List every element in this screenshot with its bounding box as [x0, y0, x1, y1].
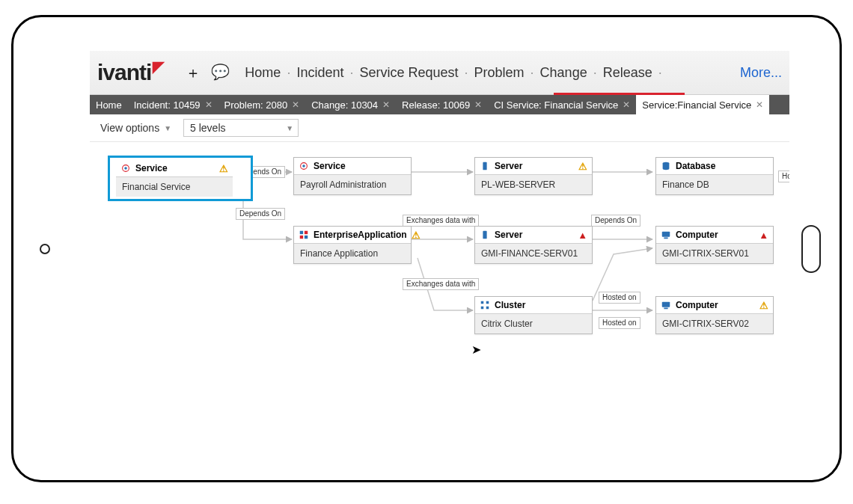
- node-computer-c1[interactable]: Computer ▲ GMI-CITRIX-SERV01: [655, 226, 774, 264]
- close-icon[interactable]: ✕: [623, 99, 630, 110]
- cluster-icon: [480, 300, 490, 310]
- tab-service[interactable]: Service:Financial Service✕: [636, 95, 769, 114]
- node-server-gmi[interactable]: Server ▲ GMI-FINANCE-SERV01: [474, 226, 593, 264]
- close-icon[interactable]: ✕: [756, 99, 763, 110]
- levels-select[interactable]: 5 levels ▼: [183, 119, 299, 137]
- brand-text: ivanti: [97, 60, 151, 85]
- brand-accent-icon: ◤: [153, 61, 163, 72]
- computer-icon: [661, 300, 671, 310]
- nav-release[interactable]: Release: [603, 65, 652, 81]
- node-enterprise-app[interactable]: EnterpriseApplication ⚠ Finance Applicat…: [293, 226, 412, 264]
- tab-ci-service[interactable]: CI Service: Financial Service✕: [488, 95, 636, 114]
- service-icon: [299, 161, 309, 171]
- node-type: Cluster: [495, 300, 525, 310]
- nav-service-request[interactable]: Service Request: [359, 65, 458, 81]
- svg-rect-4: [483, 162, 486, 170]
- node-computer-c2[interactable]: Computer ⚠ GMI-CITRIX-SERV02: [655, 296, 774, 334]
- node-name: Citrix Cluster: [481, 319, 533, 329]
- node-service-payroll[interactable]: Service Payroll Administration: [293, 157, 412, 195]
- close-icon[interactable]: ✕: [474, 99, 482, 110]
- accent-line: [554, 93, 685, 95]
- nav-more[interactable]: More...: [740, 65, 782, 81]
- svg-rect-8: [300, 236, 303, 239]
- tab-problem[interactable]: Problem: 2080✕: [218, 95, 306, 114]
- svg-rect-18: [664, 308, 667, 310]
- node-type: Service: [135, 163, 168, 173]
- plus-icon[interactable]: ＋: [186, 63, 201, 83]
- nav-problem[interactable]: Problem: [474, 65, 525, 81]
- edge-label: Depends On: [236, 208, 285, 220]
- node-name: Finance DB: [662, 179, 709, 190]
- brand-logo: ivanti ◤: [97, 60, 163, 85]
- svg-rect-16: [486, 307, 489, 310]
- node-name: GMI-CITRIX-SERV02: [662, 319, 749, 329]
- chevron-down-icon: ▼: [164, 124, 171, 132]
- critical-icon: ▲: [759, 230, 768, 240]
- svg-rect-9: [305, 236, 308, 239]
- tablet-frame: ivanti ◤ ＋ 💬 Home· Incident· Service Req…: [11, 15, 842, 482]
- node-type: EnterpriseApplication: [314, 230, 407, 240]
- tab-change[interactable]: Change: 10304✕: [305, 95, 396, 114]
- server-icon: [480, 230, 490, 240]
- critical-icon: ▲: [578, 230, 587, 240]
- warning-icon: ⚠: [759, 301, 768, 310]
- tab-strip: Home Incident: 10459✕ Problem: 2080✕ Cha…: [90, 95, 789, 114]
- svg-rect-7: [305, 231, 308, 234]
- svg-point-1: [124, 167, 127, 170]
- tab-release[interactable]: Release: 10069✕: [396, 95, 488, 114]
- node-type: Database: [676, 161, 715, 171]
- service-icon: [120, 163, 131, 173]
- edge-label-clipped: Ho: [778, 170, 789, 182]
- svg-rect-13: [481, 301, 484, 304]
- node-name: Financial Service: [122, 182, 190, 192]
- svg-rect-10: [483, 231, 486, 239]
- node-type: Service: [314, 161, 346, 171]
- node-type: Computer: [676, 300, 718, 310]
- node-name: GMI-FINANCE-SERV01: [481, 248, 578, 259]
- close-icon[interactable]: ✕: [205, 99, 213, 110]
- chevron-down-icon: ▼: [286, 124, 293, 132]
- node-type: Server: [495, 161, 522, 171]
- node-name: Finance Application: [300, 248, 378, 259]
- nav-home[interactable]: Home: [245, 65, 281, 81]
- edge-label: Hosted on: [599, 292, 640, 304]
- home-button[interactable]: [801, 225, 821, 273]
- chat-icon[interactable]: 💬: [211, 63, 230, 83]
- nav-change[interactable]: Change: [540, 65, 587, 81]
- svg-point-3: [302, 165, 305, 168]
- svg-rect-17: [662, 302, 670, 307]
- edge-label: Exchanges data with: [403, 278, 479, 290]
- camera-dot: [40, 244, 50, 254]
- edge-label: Exchanges data with: [403, 215, 479, 227]
- node-cluster[interactable]: Cluster Citrix Cluster: [474, 296, 593, 334]
- close-icon[interactable]: ✕: [292, 99, 299, 110]
- close-icon[interactable]: ✕: [382, 99, 390, 110]
- warning-icon: ⚠: [219, 164, 228, 173]
- node-name: Payroll Administration: [300, 179, 386, 190]
- computer-icon: [661, 230, 671, 240]
- node-server-plweb[interactable]: Server ⚠ PL-WEB-SERVER: [474, 157, 593, 195]
- node-name: PL-WEB-SERVER: [481, 179, 555, 190]
- relationship-canvas[interactable]: Depends On Depends On Exchanges data wit…: [90, 142, 789, 473]
- tab-incident[interactable]: Incident: 10459✕: [128, 95, 218, 114]
- svg-rect-15: [481, 307, 484, 310]
- edge-label: Depends On: [591, 215, 640, 227]
- canvas-toolbar: View options ▼ 5 levels ▼: [90, 114, 789, 142]
- warning-icon: ⚠: [412, 230, 421, 240]
- enterpriseapp-icon: [299, 230, 309, 240]
- database-icon: [661, 161, 671, 171]
- node-database-finance[interactable]: Database Finance DB: [655, 157, 774, 195]
- svg-rect-6: [300, 231, 303, 234]
- warning-icon: ⚠: [578, 162, 587, 171]
- server-icon: [480, 161, 490, 171]
- svg-rect-11: [662, 232, 670, 237]
- svg-rect-14: [486, 301, 489, 304]
- node-type: Server: [495, 230, 522, 240]
- node-service-financial[interactable]: Service ⚠ Financial Service: [109, 157, 251, 200]
- nav-incident[interactable]: Incident: [296, 65, 343, 81]
- top-nav: Home· Incident· Service Request· Problem…: [245, 65, 661, 81]
- view-options-dropdown[interactable]: View options ▼: [100, 122, 171, 134]
- svg-rect-12: [664, 238, 667, 239]
- node-name: GMI-CITRIX-SERV01: [662, 248, 749, 259]
- tab-home[interactable]: Home: [90, 95, 128, 114]
